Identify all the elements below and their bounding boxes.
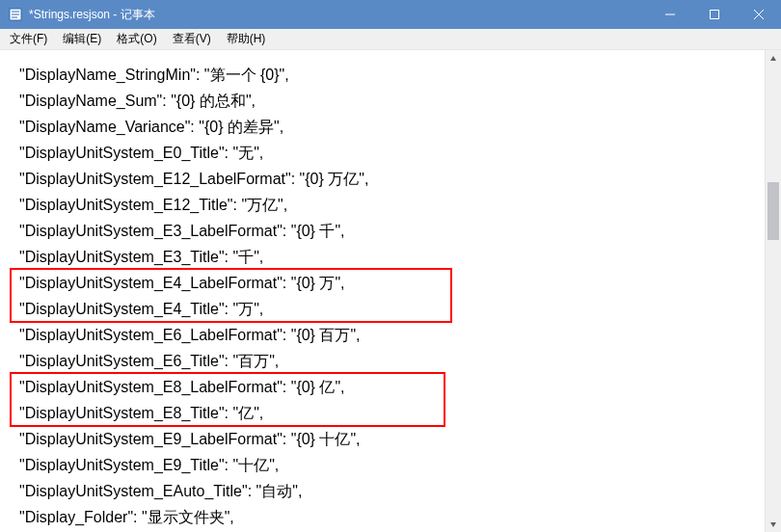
svg-rect-5: [711, 11, 719, 19]
text-line: "DisplayUnitSystem_E4_Title": "万",: [0, 296, 781, 322]
text-line: "DisplayUnitSystem_E0_Title": "无",: [0, 140, 781, 166]
text-line: "Display_Folder": "显示文件夹",: [0, 504, 781, 530]
text-line: "DisplayUnitSystem_E3_LabelFormat": "{0}…: [0, 218, 781, 244]
menu-view[interactable]: 查看(V): [165, 29, 219, 49]
text-line: "DisplayUnitSystem_E12_LabelFormat": "{0…: [0, 166, 781, 192]
text-line: "DisplayUnitSystem_E6_Title": "百万",: [0, 348, 781, 374]
text-line: "DisplayUnitSystem_E12_Title": "万亿",: [0, 192, 781, 218]
text-line: "DisplayUnitSystem_EAuto_Title": "自动",: [0, 478, 781, 504]
vertical-scrollbar[interactable]: [765, 50, 781, 532]
menu-edit[interactable]: 编辑(E): [55, 29, 109, 49]
text-line: "DisplayUnitSystem_E4_LabelFormat": "{0}…: [0, 270, 781, 296]
scroll-thumb[interactable]: [768, 182, 779, 240]
window-title: *Strings.resjson - 记事本: [29, 7, 648, 23]
scroll-track[interactable]: [766, 66, 781, 516]
maximize-button[interactable]: [692, 0, 737, 29]
text-line: "DisplayUnitSystem_E9_LabelFormat": "{0}…: [0, 426, 781, 452]
menu-format[interactable]: 格式(O): [109, 29, 164, 49]
svg-line-6: [754, 10, 764, 19]
text-line: "DisplayUnitSystem_E8_Title": "亿",: [0, 400, 781, 426]
text-area[interactable]: "DisplayName_StringMin": "第一个 {0}", "Dis…: [0, 50, 781, 530]
text-line: "DisplayUnitSystem_E9_Title": "十亿",: [0, 452, 781, 478]
svg-marker-9: [770, 522, 776, 527]
text-line: "DisplayName_StringMin": "第一个 {0}",: [0, 62, 781, 88]
svg-line-7: [754, 10, 764, 19]
scroll-up-button[interactable]: [766, 50, 781, 66]
text-line: "DisplayUnitSystem_E8_LabelFormat": "{0}…: [0, 374, 781, 400]
menu-file[interactable]: 文件(F): [2, 29, 55, 49]
menubar: 文件(F) 编辑(E) 格式(O) 查看(V) 帮助(H): [0, 29, 781, 50]
text-line: "DisplayUnitSystem_E3_Title": "千",: [0, 244, 781, 270]
minimize-button[interactable]: [648, 0, 692, 29]
svg-marker-8: [770, 56, 776, 61]
menu-help[interactable]: 帮助(H): [219, 29, 274, 49]
titlebar: *Strings.resjson - 记事本: [0, 0, 781, 29]
text-line: "DisplayName_Sum": "{0} 的总和",: [0, 88, 781, 114]
close-button[interactable]: [737, 0, 781, 29]
notepad-icon: [8, 7, 23, 22]
text-line: "DisplayUnitSystem_E6_LabelFormat": "{0}…: [0, 322, 781, 348]
scroll-down-button[interactable]: [766, 516, 781, 532]
text-line: "DisplayName_Variance": "{0} 的差异",: [0, 114, 781, 140]
window-controls: [648, 0, 781, 29]
